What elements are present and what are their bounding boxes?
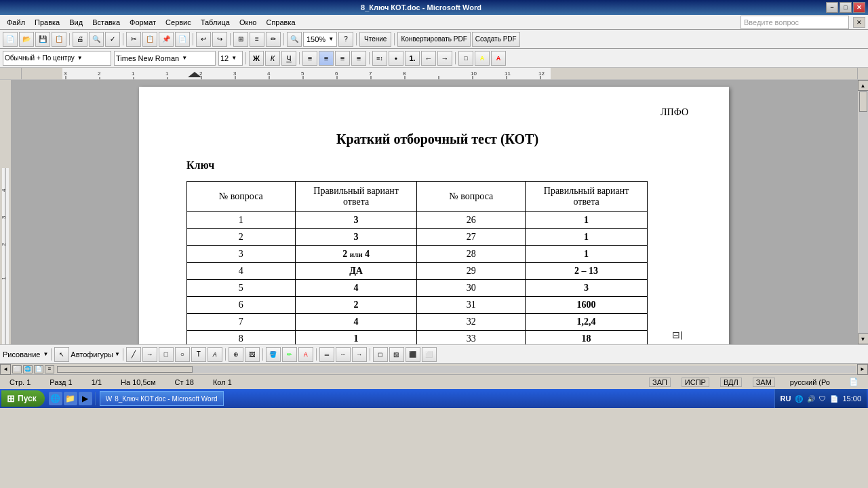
svg-text:1: 1: [132, 70, 135, 77]
dash-style-btn[interactable]: --: [336, 347, 351, 362]
cut-btn[interactable]: ✂: [126, 32, 141, 47]
save-as-btn[interactable]: 📋: [52, 32, 66, 47]
scroll-up-btn[interactable]: ▲: [858, 80, 869, 91]
start-button[interactable]: ⊞ Пуск: [1, 390, 45, 407]
scrollbar-thumb[interactable]: [859, 92, 867, 112]
menu-file[interactable]: Файл: [3, 17, 29, 28]
doc-header-right: ЛПФО: [186, 107, 688, 118]
menu-table[interactable]: Таблица: [197, 17, 234, 28]
ruler-svg: 3 2 1 1 2 3 4 5 6 7 8 10 11: [22, 68, 857, 79]
shadow2-btn[interactable]: ▨: [389, 347, 404, 362]
menu-help[interactable]: Справка: [262, 17, 299, 28]
underline-btn[interactable]: Ч: [281, 51, 296, 66]
help-close-icon[interactable]: ✕: [853, 17, 865, 28]
spell-btn[interactable]: ✓: [105, 32, 120, 47]
create-pdf-btn[interactable]: Создать PDF: [472, 32, 520, 47]
wordart-btn[interactable]: A: [208, 347, 222, 362]
hscroll-thumb[interactable]: [57, 366, 193, 373]
increase-indent-btn[interactable]: →: [437, 51, 452, 66]
align-right-btn[interactable]: ≡: [335, 51, 350, 66]
print-btn[interactable]: 🖨: [73, 32, 87, 47]
close-button[interactable]: ✕: [853, 2, 865, 13]
decrease-indent-btn[interactable]: ←: [421, 51, 436, 66]
line-btn[interactable]: ╱: [126, 347, 141, 362]
autoshapes-arrow[interactable]: ▼: [115, 351, 120, 357]
shadow-btn[interactable]: ◻: [373, 347, 388, 362]
web-view-btn[interactable]: 🌐: [23, 365, 33, 373]
scroll-left-btn[interactable]: ◄: [0, 364, 11, 375]
clipart-btn[interactable]: 🖼: [245, 347, 260, 362]
arrow-btn[interactable]: →: [142, 347, 157, 362]
select-btn[interactable]: ↖: [54, 347, 69, 362]
zoom-select[interactable]: 150% ▼: [303, 32, 337, 47]
redo-btn[interactable]: ↪: [212, 32, 227, 47]
undo-btn[interactable]: ↩: [196, 32, 211, 47]
3d-btn[interactable]: ⬛: [406, 347, 420, 362]
textbox-btn[interactable]: T: [191, 347, 206, 362]
question-input[interactable]: Введите вопрос: [741, 16, 849, 29]
menu-service[interactable]: Сервис: [161, 17, 195, 28]
fill-color-btn[interactable]: 🪣: [266, 347, 281, 362]
style-select[interactable]: Обычный + По центру ▼: [3, 51, 111, 66]
cols-btn[interactable]: ≡: [250, 32, 264, 47]
outline-view-btn[interactable]: ≡: [45, 365, 54, 373]
menu-window[interactable]: Окно: [235, 17, 261, 28]
scroll-down-btn[interactable]: ▼: [858, 333, 869, 344]
media-btn[interactable]: ▶: [79, 392, 92, 405]
3d2-btn[interactable]: ⬜: [422, 347, 437, 362]
highlight-btn[interactable]: A: [475, 51, 490, 66]
line-color-btn[interactable]: ✏: [282, 347, 297, 362]
zoom-help-btn[interactable]: ?: [338, 32, 353, 47]
active-window-btn[interactable]: W 8_Ключ КОТ.doc - Microsoft Word: [100, 391, 224, 406]
a27: 1: [526, 229, 648, 246]
line-spacing-btn[interactable]: ≡↕: [372, 51, 387, 66]
align-center-btn[interactable]: ≡: [319, 51, 334, 66]
copy-btn[interactable]: 📋: [142, 32, 157, 47]
diagram-btn[interactable]: ⊕: [229, 347, 243, 362]
font-color-btn2[interactable]: A: [298, 347, 313, 362]
minimize-button[interactable]: –: [826, 2, 838, 13]
drawing-arrow[interactable]: ▼: [43, 351, 48, 357]
menu-edit[interactable]: Правка: [31, 17, 64, 28]
table-btn[interactable]: ⊞: [233, 32, 248, 47]
paste-btn[interactable]: 📌: [159, 32, 174, 47]
bold-btn[interactable]: Ж: [249, 51, 264, 66]
horizontal-scrollbar[interactable]: ◄ ⬜ 🌐 📄 ≡ ►: [0, 363, 868, 374]
scrollbar-thumb-area[interactable]: [859, 91, 868, 333]
menu-insert[interactable]: Вставка: [88, 17, 124, 28]
open-btn[interactable]: 📂: [19, 32, 34, 47]
zoom-out-btn[interactable]: 🔍: [287, 32, 302, 47]
paste-special-btn[interactable]: 📄: [175, 32, 190, 47]
italic-btn[interactable]: К: [265, 51, 280, 66]
save-btn[interactable]: 💾: [35, 32, 50, 47]
font-color-btn[interactable]: A: [491, 51, 506, 66]
scroll-right-btn[interactable]: ►: [857, 364, 868, 375]
maximize-button[interactable]: □: [840, 2, 852, 13]
new-btn[interactable]: 📄: [3, 32, 18, 47]
numbering-btn[interactable]: 1.: [405, 51, 420, 66]
pdf-icon: 📄: [830, 395, 838, 403]
convert-pdf-btn[interactable]: Конвертировать PDF: [397, 32, 470, 47]
vertical-scrollbar[interactable]: ▲ ▼: [857, 80, 868, 344]
line-style-btn[interactable]: ═: [319, 347, 334, 362]
arrow-style-btn[interactable]: →: [352, 347, 367, 362]
rect-btn[interactable]: □: [159, 347, 174, 362]
draw-sep2: [123, 348, 123, 361]
size-select[interactable]: 12 ▼: [218, 51, 243, 66]
font-select[interactable]: Times New Roman ▼: [114, 51, 216, 66]
normal-view-btn[interactable]: ⬜: [12, 365, 22, 373]
read-mode-btn[interactable]: Чтение: [359, 32, 391, 47]
oval-btn[interactable]: ○: [175, 347, 190, 362]
hscroll-track[interactable]: [57, 366, 856, 373]
border-btn[interactable]: □: [458, 51, 473, 66]
draw-btn[interactable]: ✏: [266, 32, 281, 47]
print-preview-btn[interactable]: 🔍: [89, 32, 104, 47]
menu-view[interactable]: Вид: [65, 17, 87, 28]
ie-btn[interactable]: 🌐: [49, 392, 62, 405]
align-justify-btn[interactable]: ≡: [351, 51, 366, 66]
explorer-btn[interactable]: 📁: [64, 392, 77, 405]
bullets-btn[interactable]: •: [389, 51, 403, 66]
print-view-btn[interactable]: 📄: [34, 365, 43, 373]
menu-format[interactable]: Формат: [125, 17, 160, 28]
align-left-btn[interactable]: ≡: [302, 51, 317, 66]
